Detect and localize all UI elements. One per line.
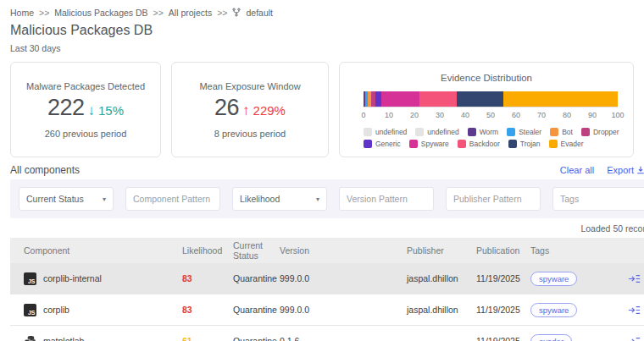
bar-segment-Trojan[interactable] [457,91,504,107]
table-row[interactable]: matplotlab 61 Quarantine 0.1.6 11/19/202… [10,326,644,341]
column-header-version: Version [280,245,407,256]
version-value: 999.0.0 [280,273,407,283]
filter-selected-value: Current Status [26,194,84,204]
component-name: matplotlab [43,336,84,341]
legend-swatch [507,128,515,136]
legend-item-undefined[interactable]: undefined [415,128,458,136]
breadcrumb-all-projects[interactable]: All projects [169,8,212,18]
version-value: 0.1.6 [280,336,407,341]
legend-item-Worm[interactable]: Worm [468,128,499,136]
legend-label: Stealer [519,128,541,136]
component-name: corplib [43,305,69,315]
current-status-value: Quarantine [233,305,280,315]
breadcrumb: Home >> Malicious Packages DB >> All pro… [10,7,634,18]
js-package-icon: JS [24,304,36,316]
legend-label: Evader [561,140,584,148]
bar-segment-Backdoor[interactable] [419,91,457,107]
tags-input[interactable] [560,194,644,204]
legend-swatch [508,140,517,148]
stat-delta: 229% [253,103,286,118]
x-tick-label: 50 [486,111,495,119]
clear-all-button[interactable]: Clear all [560,165,594,175]
legend-label: Worm [480,128,499,136]
chart-plot-area: 0102030405060708090100 [364,91,618,122]
legend-swatch [364,140,372,148]
bar-segment-Evader[interactable] [503,91,618,107]
open-details-icon[interactable] [628,336,641,341]
x-tick-label: 0 [361,111,365,119]
date-range-label: Last 30 days [10,43,634,53]
chevron-down-icon: ▾ [316,195,319,203]
column-header-tags: Tags [530,245,617,256]
chart-legend: undefinedundefinedWormStealerBotDropperG… [364,128,621,148]
branch-icon [232,8,241,17]
bar-segment-Spyware[interactable] [381,91,419,107]
x-tick-label: 10 [385,111,393,119]
legend-item-Stealer[interactable]: Stealer [507,128,541,136]
legend-item-Spyware[interactable]: Spyware [409,140,449,148]
legend-item-Evader[interactable]: Evader [549,140,584,148]
records-info: Loaded 50 records [10,223,644,234]
legend-swatch [409,140,418,148]
column-header-likelihood: Likelihood [182,245,233,256]
publisher-pattern-input[interactable] [453,194,533,204]
stat-value: 26 [214,95,239,121]
x-tick-label: 100 [611,111,624,119]
x-tick-label: 70 [537,111,546,119]
component-pattern-filter[interactable] [125,187,220,211]
export-button[interactable]: Export [607,165,644,175]
stat-previous-period: 8 previous period [214,129,286,139]
x-tick-label: 90 [588,111,597,119]
likelihood-value: 61 [182,336,233,341]
table-row[interactable]: JS corplib-internal 83 Quarantine 999.0.… [10,263,644,294]
stat-previous-period: 260 previous period [45,129,127,139]
tag-chip[interactable]: evader [530,334,572,341]
legend-item-Backdoor[interactable]: Backdoor [458,140,500,148]
stacked-bar [364,91,618,107]
publisher-value: jaspal.dhillon [407,305,476,315]
open-details-icon[interactable] [628,305,641,316]
table-row[interactable]: JS corplib 83 Quarantine 999.0.0 jaspal.… [10,294,644,326]
breadcrumb-separator: >> [153,8,164,18]
version-pattern-filter[interactable] [339,187,434,211]
current-status-filter[interactable]: Current Status ▾ [19,187,114,211]
component-pattern-input[interactable] [133,194,213,204]
legend-item-Bot[interactable]: Bot [550,128,573,136]
legend-item-Generic[interactable]: Generic [364,140,401,148]
legend-label: Trojan [520,140,541,148]
likelihood-filter[interactable]: Likelihood ▾ [232,187,327,211]
tag-chip[interactable]: spyware [530,272,577,286]
trend-up-icon: ↑ [242,102,250,119]
publisher-pattern-filter[interactable] [446,187,541,211]
breadcrumb-malicious-packages-db[interactable]: Malicious Packages DB [54,8,147,18]
malware-detected-card: Malware Packages Detected 222 ↓ 15% 260 … [10,62,161,157]
table-header-row: Component Likelihood Current Status Vers… [10,238,644,263]
stat-label: Mean Exposure Window [199,81,300,91]
breadcrumb-current-project[interactable]: default [246,8,273,18]
legend-item-Dropper[interactable]: Dropper [581,128,619,136]
breadcrumb-home[interactable]: Home [10,8,34,18]
filter-bar: Current Status ▾ Likelihood ▾ [10,179,644,218]
js-package-icon: JS [24,272,36,285]
column-header-component: Component [24,245,182,256]
tags-filter[interactable] [552,187,644,211]
current-status-value: Quarantine [233,273,280,283]
legend-label: undefined [427,128,458,136]
open-details-icon[interactable] [628,273,641,284]
bar-segment-Generic[interactable] [375,91,382,107]
version-value: 999.0.0 [280,305,407,315]
version-pattern-input[interactable] [347,194,426,204]
filter-selected-value: Likelihood [240,194,280,204]
evidence-distribution-card: Evidence Distribution 010203040506070809… [339,62,634,157]
chart-title: Evidence Distribution [352,73,621,83]
column-header-publisher: Publisher [407,245,476,256]
x-tick-label: 30 [436,111,444,119]
legend-item-undefined[interactable]: undefined [364,128,407,136]
x-tick-label: 20 [410,111,419,119]
x-tick-label: 60 [512,111,520,119]
legend-item-Trojan[interactable]: Trojan [508,140,541,148]
legend-swatch [550,128,558,136]
tag-chip[interactable]: spyware [530,303,577,317]
summary-cards-row: Malware Packages Detected 222 ↓ 15% 260 … [10,62,634,157]
download-icon [636,166,644,174]
